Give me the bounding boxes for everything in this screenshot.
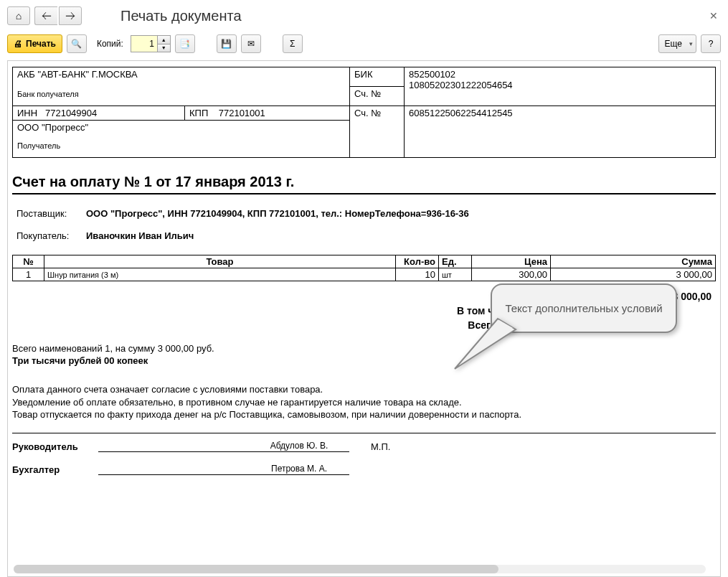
item-num: 1 [13,268,44,281]
email-button[interactable]: ✉ [241,34,261,53]
signature-row-acc: Бухгалтер Петрова М. А. [12,464,716,475]
buyer-label: Покупатель: [14,228,82,243]
bik-value: 852500102 [409,69,711,80]
toolbar: 🖨 Печать 🔍 Копий: ▲ ▼ 📑 💾 ✉ Σ Еще ? [0,32,728,60]
item-price: 300,00 [472,268,551,281]
acc-label: Бухгалтер [12,464,98,475]
kpp-label: КПП [189,108,208,118]
copies-input[interactable] [131,36,157,52]
stamp-label: М.П. [371,441,390,452]
divider [12,433,716,433]
bik-label: БИК [350,67,405,87]
page-title: Печать документа [120,8,242,24]
payee-sub: Получатель [17,141,345,150]
terms-line: Уведомление об оплате обязательно, в про… [12,396,716,409]
col-qty: Кол-во [396,255,439,268]
email-icon: ✉ [247,39,255,49]
acc-sign-line [98,474,249,475]
close-button[interactable]: ✕ [709,10,718,22]
document-area: АКБ "АВТ-БАНК" Г.МОСКВА Банк получателя … [7,60,721,577]
terms-line: Товар отпускается по факту прихода денег… [12,408,716,421]
back-button[interactable]: 🡠 [34,6,57,25]
acc-label-2: Сч. № [350,106,405,158]
col-name: Товар [44,255,396,268]
forward-button[interactable]: 🡢 [59,6,82,25]
terms-block: Оплата данного счета означает согласие с… [12,383,716,421]
home-button[interactable]: ⌂ [7,6,30,25]
acc-label-1: Сч. № [350,87,405,106]
save-icon: 💾 [221,39,232,49]
invoice-title: Счет на оплату № 1 от 17 января 2013 г. [12,174,716,190]
more-label: Еще [665,39,682,49]
item-sum: 3 000,00 [551,268,716,281]
terms-line: Оплата данного счета означает согласие с… [12,383,716,396]
save-button[interactable]: 💾 [217,34,237,53]
template-button[interactable]: 📑 [175,34,195,53]
table-row: 1 Шнур питания (3 м) 10 шт 300,00 3 000,… [13,268,716,281]
scrollbar-thumb[interactable] [14,565,498,573]
item-unit: шт [439,268,472,281]
sigma-icon: Σ [290,39,295,49]
copies-label: Копий: [97,39,123,49]
inn-value: 7721049904 [45,108,97,118]
col-sum: Сумма [551,255,716,268]
col-price: Цена [472,255,551,268]
buyer-value: Иваночкин Иван Ильич [83,228,472,243]
head-label: Руководитель [12,441,98,452]
preview-icon: 🔍 [71,39,82,49]
printer-icon: 🖨 [14,39,22,49]
print-label: Печать [26,39,56,49]
acc-name: Петрова М. А. [249,464,349,475]
col-num: № [13,255,44,268]
col-unit: Ед. [439,255,472,268]
head-name: Абдулов Ю. В. [249,441,349,452]
signature-row-head: Руководитель Абдулов Ю. В. М.П. [12,441,716,452]
bank-details-table: АКБ "АВТ-БАНК" Г.МОСКВА Банк получателя … [12,67,716,158]
summary-count: Всего наименований 1, на сумму 3 000,00 … [12,343,716,354]
print-button[interactable]: 🖨 Печать [7,34,62,53]
bank-acc-value: 10805202301222054654 [409,80,711,90]
supplier-label: Поставщик: [14,206,82,221]
preview-button[interactable]: 🔍 [67,34,87,53]
help-label: ? [709,39,714,49]
payee-acc-value: 60851225062254412545 [405,106,716,158]
help-button[interactable]: ? [701,34,721,53]
divider [12,193,716,194]
more-button[interactable]: Еще [658,34,696,53]
items-table: № Товар Кол-во Ед. Цена Сумма 1 Шнур пит… [12,255,716,281]
callout-annotation: Текст дополнительных условий [491,283,677,333]
horizontal-scrollbar[interactable] [14,565,706,573]
title-bar: ⌂ 🡠 🡢 Печать документа ✕ [0,0,728,32]
item-name: Шнур питания (3 м) [44,268,396,281]
copies-spinner[interactable]: ▲ ▼ [131,35,171,52]
kpp-value: 772101001 [219,108,265,118]
itogo-label: Итого: [14,290,548,303]
parties-table: Поставщик: ООО "Прогресс", ИНН 772104990… [12,205,473,245]
supplier-value: ООО "Прогресс", ИНН 7721049904, КПП 7721… [83,206,472,221]
inn-label: ИНН [17,108,37,118]
payee-name: ООО "Прогресс" [17,122,345,133]
amount-words: Три тысячи рублей 00 копеек [12,355,716,366]
template-icon: 📑 [179,39,190,49]
spinner-down[interactable]: ▼ [158,44,170,52]
sum-button[interactable]: Σ [283,34,303,53]
callout-tail-icon [448,304,534,376]
item-qty: 10 [396,268,439,281]
spinner-up[interactable]: ▲ [158,36,170,44]
bank-name: АКБ "АВТ-БАНК" Г.МОСКВА [17,69,345,80]
head-sign-line [98,451,249,452]
bank-sub: Банк получателя [17,90,345,98]
